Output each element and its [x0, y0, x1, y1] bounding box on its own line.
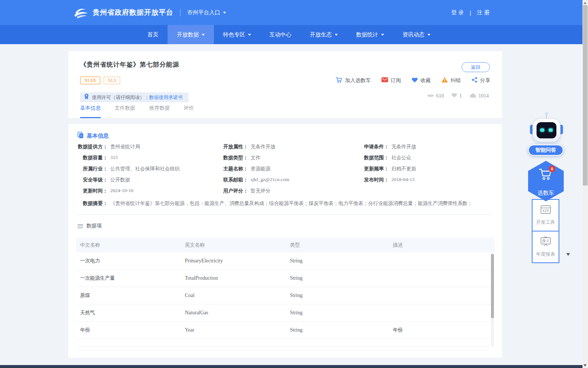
table-header-row: 中文名称 英文名称 类型 描述: [76, 238, 495, 252]
column-header-description: 描述: [389, 242, 495, 248]
field-industry: 所属行业：公共管理、社会保障和社会组织: [78, 166, 223, 173]
nav-item-home[interactable]: 首页: [138, 25, 168, 44]
table-row: 原煤 Coal String: [76, 287, 495, 304]
nav-item-open-data[interactable]: 开放数据: [168, 25, 214, 44]
basic-info-card: 基本信息 数据提供方：贵州省统计局 开放属性：无条件开放 申请条件：无条件开放 …: [68, 124, 502, 358]
robot-eye-left: [540, 128, 544, 132]
detail-tabs: 基本信息 文件数据 推荐数据 评价: [80, 105, 194, 118]
field-publish-time: 发布时间：2018-04-13: [364, 177, 493, 184]
basic-info-grid: 数据提供方：贵州省统计局 开放属性：无条件开放 申请条件：无条件开放 数据容量：…: [78, 144, 493, 195]
field-apply-condition: 申请条件：无条件开放: [364, 144, 493, 151]
basic-info-section-header: 基本信息: [78, 132, 109, 140]
smart-qa-button[interactable]: 智能问答: [528, 145, 563, 156]
field-update-frequency: 更新频率：归档不更新: [364, 166, 493, 173]
format-tags: XLSX XLS: [80, 77, 120, 84]
partial-row-border: [76, 350, 491, 351]
field-empty: [364, 188, 493, 195]
dataset-header-card: 《贵州省统计年鉴》第七部分能源 返回 XLSX XLS 加入选数车 订阅 收藏: [68, 51, 502, 118]
field-provider: 数据提供方：贵州省统计局: [78, 144, 223, 151]
share-button[interactable]: 分享: [472, 77, 490, 84]
table-row: 年份 Year String 年份: [76, 322, 495, 339]
favorite-button[interactable]: 收藏: [412, 77, 431, 84]
main-nav: 首页 开放数据 特色专区 互动中心 开放生态 数据统计 资讯动态: [0, 25, 588, 44]
field-data-volume: 数据容量：315: [78, 155, 223, 162]
field-data-type: 数据类型：文件: [223, 155, 364, 162]
cart-icon: [336, 77, 343, 84]
likes-stat: 1: [451, 93, 462, 99]
add-to-cart-button[interactable]: 加入选数车: [336, 77, 371, 84]
table-scrollbar-thumb[interactable]: [491, 254, 494, 318]
tab-recommended-data[interactable]: 推荐数据: [149, 105, 170, 118]
footer-bar: [0, 365, 588, 368]
scrollbar-thumb[interactable]: [583, 5, 588, 185]
data-cart-widget[interactable]: 0 选数车: [528, 161, 564, 201]
views-stat: 610: [427, 93, 444, 99]
ai-robot-icon[interactable]: [530, 112, 563, 145]
dev-tools-widget[interactable]: 开发工具: [532, 199, 559, 231]
chevron-down-icon: [335, 34, 338, 36]
robot-eye-right: [549, 128, 553, 132]
page-title: 《贵州省统计年鉴》第七部分能源: [80, 60, 179, 69]
heart-outline-icon: [451, 93, 457, 99]
dataset-stats: 610 1 1014: [427, 93, 489, 99]
list-icon: [78, 223, 83, 229]
site-title: 贵州省政府数据开放平台: [93, 8, 173, 17]
login-link[interactable]: 登 录: [451, 9, 464, 16]
column-header-cn-name: 中文名称: [76, 242, 181, 248]
nav-item-special-zone[interactable]: 特色专区: [214, 25, 260, 44]
scroll-down-arrow-icon[interactable]: [584, 364, 587, 367]
annual-report-widget[interactable]: 年度报表: [532, 231, 559, 263]
report-error-button[interactable]: 纠错: [441, 77, 461, 84]
section-divider: [78, 215, 492, 215]
register-link[interactable]: 注 册: [477, 9, 490, 16]
tab-basic-info[interactable]: 基本信息: [80, 105, 101, 118]
heart-icon: [412, 77, 418, 84]
tag-xls: XLS: [104, 77, 121, 84]
tab-rating[interactable]: 评价: [184, 105, 194, 118]
header-divider: [180, 9, 180, 16]
chevron-down-icon: [223, 12, 226, 14]
mail-icon: [381, 77, 388, 84]
cart-label: 选数车: [528, 190, 564, 197]
nav-item-interaction-center[interactable]: 互动中心: [260, 25, 301, 44]
column-header-en-name: 英文名称: [181, 242, 286, 248]
subscribe-button[interactable]: 订阅: [381, 77, 401, 84]
license-bar: 使用许可（请仔细阅读）： 数据使用承诺书: [80, 92, 189, 102]
report-board-icon: [540, 236, 552, 248]
nav-item-news[interactable]: 资讯动态: [393, 25, 440, 44]
document-icon: [78, 132, 83, 140]
license-link[interactable]: 数据使用承诺书: [149, 94, 183, 101]
eye-icon: [427, 93, 434, 99]
nav-item-open-ecology[interactable]: 开放生态: [301, 25, 347, 44]
code-window-icon: [540, 205, 551, 216]
robot-antenna-tip: [545, 112, 548, 115]
cloud-download-icon: [469, 93, 476, 99]
field-update-time: 更新时间：2024-10-10: [78, 188, 223, 195]
field-user-rating: 用户评分：暂无评分: [223, 188, 364, 195]
widgets-collapse-arrow-icon[interactable]: [566, 253, 570, 256]
table-row: 一次能源生产量 TotalProduction String: [76, 270, 495, 287]
cart-count-badge: 0: [549, 166, 555, 172]
field-theme-name: 主题名称：资源能源: [223, 166, 364, 173]
field-data-scope: 数据范围：社会公众: [364, 155, 493, 162]
field-open-attribute: 开放属性：无条件开放: [223, 144, 364, 151]
tab-file-data[interactable]: 文件数据: [115, 105, 135, 118]
license-label: 使用许可（请仔细阅读）：: [92, 94, 149, 101]
back-button[interactable]: 返回: [462, 62, 490, 72]
chevron-down-icon: [248, 34, 251, 36]
table-row: 一次电力 PrimaryElectricity String: [76, 252, 495, 270]
top-header: 贵州省政府数据开放平台 市州平台入口 登 录 | 注 册: [0, 0, 588, 25]
data-items-title: 数据项: [86, 223, 102, 229]
nav-item-data-statistics[interactable]: 数据统计: [347, 25, 393, 44]
page-scrollbar[interactable]: [582, 0, 588, 368]
tag-xlsx: XLSX: [80, 77, 100, 84]
scroll-up-arrow-icon[interactable]: [584, 2, 587, 4]
data-items-table: 中文名称 英文名称 类型 描述 一次电力 PrimaryElectricity …: [76, 238, 495, 358]
city-portal-entry[interactable]: 市州平台入口: [187, 9, 226, 16]
data-items-section-header: 数据项: [78, 223, 102, 229]
column-header-type: 类型: [286, 242, 389, 248]
dataset-actions: 加入选数车 订阅 收藏 纠错 分享: [336, 77, 490, 84]
robot-face: [537, 122, 556, 138]
partial-row-border: [76, 346, 491, 347]
brand[interactable]: 贵州省政府数据开放平台: [73, 5, 173, 20]
